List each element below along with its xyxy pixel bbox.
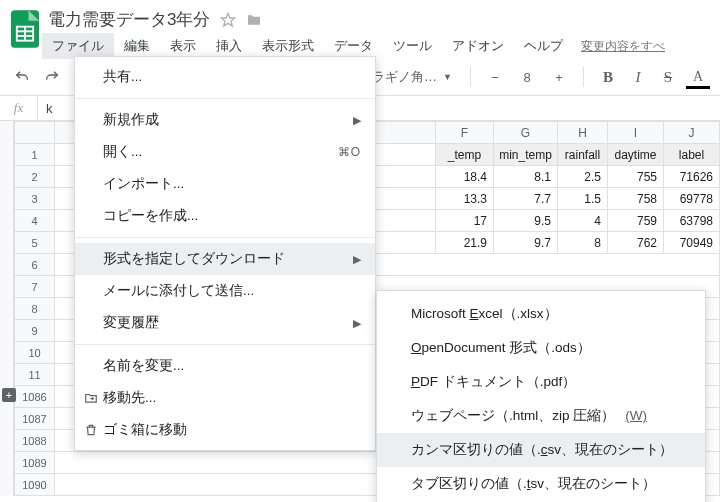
spreadsheet-cell[interactable]: rainfall [558, 144, 608, 166]
menu-item-label: Microsoft Excel（.xlsx） [411, 306, 558, 321]
star-icon[interactable] [220, 12, 236, 28]
column-header[interactable]: G [494, 122, 558, 144]
row-header[interactable]: 3 [15, 188, 55, 210]
menu-help[interactable]: ヘルプ [514, 33, 573, 59]
undo-button[interactable] [10, 65, 34, 89]
spreadsheet-cell[interactable]: 9.7 [494, 232, 558, 254]
spreadsheet-cell[interactable]: 4 [558, 210, 608, 232]
spreadsheet-cell[interactable]: 8.1 [494, 166, 558, 188]
row-header[interactable]: 2 [15, 166, 55, 188]
submenu-item-ods[interactable]: OpenDocument 形式（.ods） [377, 331, 705, 365]
spreadsheet-cell[interactable]: 7.7 [494, 188, 558, 210]
add-rows-button[interactable]: + [2, 388, 16, 402]
spreadsheet-cell[interactable]: label [664, 144, 720, 166]
menu-item-label: コピーを作成... [103, 207, 198, 225]
font-size-field[interactable]: 8 [513, 70, 541, 85]
row-header[interactable]: 1089 [15, 452, 55, 474]
svg-marker-5 [222, 13, 235, 26]
trash-icon [83, 423, 99, 437]
spreadsheet-cell[interactable]: 63798 [664, 210, 720, 232]
menu-bar: ファイル 編集 表示 挿入 表示形式 データ ツール アドオン ヘルプ 変更内容… [42, 31, 712, 59]
spreadsheet-cell[interactable]: 71626 [664, 166, 720, 188]
accelerator-label: (W) [625, 408, 647, 423]
menu-item-make-copy[interactable]: コピーを作成... [75, 200, 375, 232]
row-header[interactable]: 1 [15, 144, 55, 166]
submenu-item-csv[interactable]: カンマ区切りの値（.csv、現在のシート） [377, 433, 705, 467]
submenu-item-pdf[interactable]: PDF ドキュメント（.pdf） [377, 365, 705, 399]
row-header[interactable]: 4 [15, 210, 55, 232]
column-header[interactable]: J [664, 122, 720, 144]
spreadsheet-cell[interactable]: 13.3 [436, 188, 494, 210]
font-size-decrease[interactable]: − [483, 65, 507, 89]
download-submenu: Microsoft Excel（.xlsx） OpenDocument 形式（.… [376, 290, 706, 502]
menu-item-email-attachment[interactable]: メールに添付して送信... [75, 275, 375, 307]
chevron-down-icon: ▼ [443, 72, 452, 82]
spreadsheet-cell[interactable]: 9.5 [494, 210, 558, 232]
spreadsheet-cell[interactable]: daytime [608, 144, 664, 166]
redo-button[interactable] [40, 65, 64, 89]
row-header[interactable]: 1086 [15, 386, 55, 408]
strikethrough-button[interactable]: S [656, 65, 680, 89]
spreadsheet-cell[interactable]: _temp [436, 144, 494, 166]
menu-item-label: PDF ドキュメント（.pdf） [411, 374, 576, 389]
spreadsheet-cell[interactable]: 759 [608, 210, 664, 232]
folder-icon[interactable] [246, 12, 262, 28]
column-header[interactable]: F [436, 122, 494, 144]
row-header[interactable]: 9 [15, 320, 55, 342]
submenu-item-html[interactable]: ウェブページ（.html、zip 圧縮）(W) [377, 399, 705, 433]
row-header[interactable]: 6 [15, 254, 55, 276]
menu-item-version-history[interactable]: 変更履歴▶ [75, 307, 375, 339]
spreadsheet-cell[interactable]: 8 [558, 232, 608, 254]
chevron-right-icon: ▶ [353, 114, 361, 127]
spreadsheet-cell[interactable]: 762 [608, 232, 664, 254]
changes-link[interactable]: 変更内容をすべ [573, 38, 665, 59]
spreadsheet-cell[interactable]: 755 [608, 166, 664, 188]
menu-tools[interactable]: ツール [383, 33, 442, 59]
spreadsheet-cell[interactable]: 758 [608, 188, 664, 210]
spreadsheet-cell[interactable]: 70949 [664, 232, 720, 254]
submenu-item-tsv[interactable]: タブ区切りの値（.tsv、現在のシート） [377, 467, 705, 501]
gutter [0, 121, 14, 496]
bold-button[interactable]: B [596, 65, 620, 89]
column-header[interactable]: H [558, 122, 608, 144]
row-header[interactable]: 1088 [15, 430, 55, 452]
row-header[interactable]: 11 [15, 364, 55, 386]
menu-item-new[interactable]: 新規作成▶ [75, 104, 375, 136]
italic-button[interactable]: I [626, 65, 650, 89]
row-header[interactable]: 7 [15, 276, 55, 298]
spreadsheet-cell[interactable]: 2.5 [558, 166, 608, 188]
menu-item-share[interactable]: 共有... [75, 61, 375, 93]
column-header[interactable]: I [608, 122, 664, 144]
row-header[interactable]: 10 [15, 342, 55, 364]
menu-item-label: 名前を変更... [103, 357, 184, 375]
spreadsheet-cell[interactable]: 17 [436, 210, 494, 232]
doc-title[interactable]: 電力需要データ3年分 [48, 8, 210, 31]
font-size-increase[interactable]: + [547, 65, 571, 89]
sheets-logo[interactable] [8, 6, 42, 52]
menu-item-label: ウェブページ（.html、zip 圧縮） [411, 408, 615, 423]
select-all-corner[interactable] [15, 122, 55, 144]
spreadsheet-cell[interactable]: 1.5 [558, 188, 608, 210]
row-header[interactable]: 1087 [15, 408, 55, 430]
text-color-button[interactable]: A [686, 65, 710, 89]
menu-item-label: OpenDocument 形式（.ods） [411, 340, 591, 355]
row-header[interactable]: 5 [15, 232, 55, 254]
folder-move-icon [83, 391, 99, 405]
menu-item-move[interactable]: 移動先... [75, 382, 375, 414]
row-header[interactable]: 8 [15, 298, 55, 320]
menu-item-trash[interactable]: ゴミ箱に移動 [75, 414, 375, 446]
menu-item-label: 移動先... [103, 389, 156, 407]
menu-item-import[interactable]: インポート... [75, 168, 375, 200]
spreadsheet-cell[interactable]: 69778 [664, 188, 720, 210]
spreadsheet-cell[interactable]: min_temp [494, 144, 558, 166]
menu-addons[interactable]: アドオン [442, 33, 514, 59]
menu-item-label: 形式を指定してダウンロード [103, 250, 285, 268]
menu-item-rename[interactable]: 名前を変更... [75, 350, 375, 382]
menu-item-download-as[interactable]: 形式を指定してダウンロード▶ [75, 243, 375, 275]
spreadsheet-cell[interactable]: 18.4 [436, 166, 494, 188]
submenu-item-xlsx[interactable]: Microsoft Excel（.xlsx） [377, 297, 705, 331]
menu-item-open[interactable]: 開く...⌘O [75, 136, 375, 168]
spreadsheet-cell[interactable]: 21.9 [436, 232, 494, 254]
row-header[interactable]: 1090 [15, 474, 55, 496]
menu-item-label: 変更履歴 [103, 314, 159, 332]
